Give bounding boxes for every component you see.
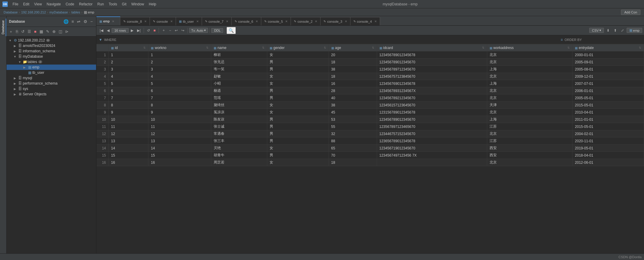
cell-age[interactable]: 16 — [329, 80, 377, 87]
sidebar-filter-icon[interactable]: ⇌ — [76, 19, 81, 25]
cell-idcard[interactable]: 123567897123465670 — [377, 123, 487, 130]
cell-age[interactable]: 38 — [329, 66, 377, 73]
cell-workno[interactable]: 7 — [148, 94, 211, 102]
sidebar-edit-btn[interactable]: ✎ — [45, 29, 51, 34]
tab-console6[interactable]: ✎ console_6 ✕ — [232, 17, 261, 25]
cell-name[interactable]: 范瑶 — [211, 94, 267, 102]
cell-gender[interactable]: 男 — [267, 116, 329, 123]
cell-gender[interactable]: 女 — [267, 51, 329, 59]
cell-name[interactable]: 杨逍 — [211, 87, 267, 94]
cell-age[interactable]: 32 — [329, 130, 377, 137]
cell-idcard[interactable]: 123456789712345670 — [377, 66, 487, 73]
table-row[interactable]: 6 6 6 杨逍 男 28 12345678931234567X 北京 2006… — [97, 87, 644, 94]
cell-workno[interactable]: 13 — [148, 137, 211, 145]
tree-item-performance-schema[interactable]: ▶ 🗄 performance_schema — [7, 81, 96, 86]
cell-entrydate[interactable]: 2005-08-01 — [572, 66, 644, 73]
col-header-workno[interactable]: ▦ workno ⇅ — [148, 45, 211, 51]
cell-id[interactable]: 2 — [109, 59, 148, 66]
cell-id[interactable]: 8 — [109, 102, 148, 109]
sidebar-chart-btn[interactable]: ◫ — [57, 29, 63, 34]
cell-age[interactable]: 40 — [329, 94, 377, 102]
cell-age[interactable]: 20 — [329, 51, 377, 59]
cell-gender[interactable]: 女 — [267, 159, 329, 166]
tab-console4-close[interactable]: ✕ — [374, 20, 377, 23]
v-tab-database[interactable]: Database — [0, 19, 6, 36]
cell-gender[interactable]: 女 — [267, 102, 329, 109]
table-row[interactable]: 7 7 7 范瑶 男 40 123456789212345670 北京 2005… — [97, 94, 644, 102]
tab-console5-close[interactable]: ✕ — [285, 20, 288, 23]
cell-id[interactable]: 4 — [109, 73, 148, 80]
cell-workno[interactable]: 2 — [148, 59, 211, 66]
tree-root[interactable]: ▼ ⚙ 192.168.200.212 6 — [7, 38, 96, 43]
tree-item-server-objects[interactable]: ▶ 🖥 Server Objects — [7, 91, 96, 97]
sidebar-settings-icon[interactable]: ⚙ — [83, 19, 88, 25]
cell-workaddress[interactable]: 江苏 — [487, 123, 572, 130]
last-row-button[interactable]: ▶| — [136, 28, 142, 33]
tab-emp[interactable]: ▦ emp ✕ — [96, 16, 120, 25]
cell-gender[interactable]: 男 — [267, 59, 329, 66]
cell-idcard[interactable]: 1234567497123456 7X — [377, 152, 487, 159]
cell-age[interactable]: 28 — [329, 87, 377, 94]
menu-refactor[interactable]: Refactor — [77, 1, 95, 7]
redo-button[interactable]: ↪ — [180, 28, 186, 33]
col-header-name[interactable]: ▦ name ⇅ — [211, 45, 267, 51]
cell-entrydate[interactable]: 2012-06-01 — [572, 159, 644, 166]
tree-item-arnoldtest[interactable]: ▶ 🗄 arnoldTest20230924 — [7, 43, 96, 48]
cell-workaddress[interactable]: 北京 — [487, 73, 572, 80]
cell-age[interactable]: 53 — [329, 116, 377, 123]
cell-entrydate[interactable]: 2015-05-01 — [572, 123, 644, 130]
cell-workno[interactable]: 3 — [148, 66, 211, 73]
cell-workaddress[interactable]: 西安 — [487, 145, 572, 152]
ddl-button[interactable]: DDL — [211, 28, 223, 33]
cell-age[interactable]: 88 — [329, 137, 377, 145]
cell-age[interactable]: 55 — [329, 123, 377, 130]
cell-workaddress[interactable]: 北京 — [487, 59, 572, 66]
breadcrumb-ip[interactable]: 192.168.200.212 — [21, 10, 46, 14]
cell-age[interactable]: 18 — [329, 59, 377, 66]
sidebar-close-icon[interactable]: − — [89, 19, 94, 25]
cell-id[interactable]: 9 — [109, 109, 148, 116]
sidebar-filter-btn[interactable]: ⊳ — [64, 29, 70, 34]
search-button[interactable]: 🔍 — [227, 27, 236, 34]
cell-gender[interactable]: 男 — [267, 137, 329, 145]
cell-entrydate[interactable]: 2011-01-01 — [572, 116, 644, 123]
cell-idcard[interactable]: 123656789012345678 — [377, 137, 487, 145]
cell-workaddress[interactable]: 北京 — [487, 109, 572, 116]
menu-edit[interactable]: Edit — [21, 1, 32, 7]
cell-entrydate[interactable]: 2005-09-01 — [572, 59, 644, 66]
sidebar-stop-btn[interactable]: ■ — [33, 29, 38, 34]
cell-id[interactable]: 10 — [109, 116, 148, 123]
cell-workno[interactable]: 4 — [148, 73, 211, 80]
prev-row-button[interactable]: ◀ — [105, 28, 111, 33]
tab-tbuser-close[interactable]: ✕ — [196, 20, 199, 23]
col-header-gender[interactable]: ▦ gender ⇅ — [267, 45, 329, 51]
cell-id[interactable]: 1 — [109, 51, 148, 59]
table-row[interactable]: 5 5 5 小昭 女 16 123456769012345678 上海 2007… — [97, 80, 644, 87]
cell-workno[interactable]: 9 — [148, 109, 211, 116]
tab-console-close[interactable]: ✕ — [170, 20, 173, 23]
sidebar-table-icon[interactable]: ▦ — [38, 29, 44, 34]
cell-name[interactable]: 胡青牛 — [211, 152, 267, 159]
tab-console2[interactable]: ✎ console_2 ✕ — [291, 17, 321, 25]
tab-console7[interactable]: ✎ console_7 ✕ — [202, 17, 232, 25]
cell-name[interactable]: 灭绝 — [211, 145, 267, 152]
table-row[interactable]: 16 16 16 周芷若 女 18 北京 2012-06-01 — [97, 159, 644, 166]
tree-item-myDatabase[interactable]: ▼ 🗄 myDatabase — [7, 54, 96, 59]
add-connection-button[interactable]: Add Con — [621, 10, 640, 15]
cell-name[interactable]: 陈友谅 — [211, 116, 267, 123]
cell-entrydate[interactable]: 2007-07-01 — [572, 80, 644, 87]
refresh-button[interactable]: ↺ — [145, 28, 151, 33]
cell-entrydate[interactable]: 2010-04-01 — [572, 109, 644, 116]
cell-workno[interactable]: 8 — [148, 102, 211, 109]
cell-entrydate[interactable]: 2004-02-01 — [572, 130, 644, 137]
cell-name[interactable]: 张无忌 — [211, 59, 267, 66]
col-header-entrydate[interactable]: ▦ entrydate ⇅ — [572, 45, 644, 51]
table-row[interactable]: 1 1 1 柳岩 女 20 123456789012345678 北京 2000… — [97, 51, 644, 59]
cell-age[interactable]: 45 — [329, 109, 377, 116]
tab-console4[interactable]: ✎ console_4 ✕ — [350, 17, 380, 25]
cell-workno[interactable]: 12 — [148, 130, 211, 137]
cell-gender[interactable]: 女 — [267, 80, 329, 87]
sidebar-pin-btn[interactable]: ⊕ — [51, 29, 57, 34]
table-row[interactable]: 12 12 12 常遇春 男 32 123446757152345670 北京 … — [97, 130, 644, 137]
cell-entrydate[interactable]: 2009-12-01 — [572, 73, 644, 80]
